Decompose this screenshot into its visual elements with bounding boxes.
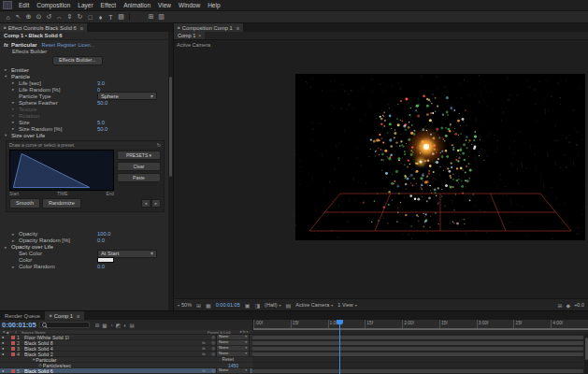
timeline-search-input[interactable] [39,322,90,328]
menu-edit[interactable]: Edit [15,2,33,8]
effect-property-row[interactable]: ▸ Opacity 100.0 [0,231,173,237]
fast-previews-icon[interactable]: ◆ [566,302,571,309]
parent-link-dropdown[interactable]: ◎ None▾ [211,352,250,357]
draft-3d-icon[interactable]: ▦ [102,323,107,328]
property-value[interactable]: 100.0 [97,231,111,237]
pickwhip-icon[interactable]: ◎ [211,352,215,356]
refresh-icon[interactable]: ↻ [157,142,161,148]
twirl-icon[interactable]: ▸ [12,100,19,105]
effect-property-row[interactable]: ▸ Sphere Feather 50.0 [0,99,173,106]
twirl-icon[interactable]: ▾ [5,133,11,137]
graph-editor-icon[interactable]: ▤ [129,323,134,328]
twirl-icon[interactable]: ▸ [12,232,19,237]
type-tool-icon[interactable]: T [106,12,116,22]
layer-duration-bar[interactable] [252,352,583,356]
property-value[interactable]: 50.0 [97,126,108,132]
tab-comp-1-timeline[interactable]: ■ Comp 1 ≡ [45,311,84,320]
pickwhip-icon[interactable]: ◎ [211,368,215,373]
menu-help[interactable]: Help [204,2,223,8]
layer-name[interactable]: Black Solid 8 [24,340,193,346]
fx-switch[interactable]: fx [202,340,211,345]
pickwhip-icon[interactable]: ◎ [211,340,215,345]
layer-name[interactable]: Black Solid 6 [24,368,193,374]
brush-tool-icon[interactable]: ▨ [116,12,126,22]
pen-tool-icon[interactable]: ♦ [95,12,106,22]
eye-icon[interactable]: ● [2,347,9,351]
menu-composition[interactable]: Composition [33,2,74,8]
twirl-icon[interactable]: ▸ [12,107,19,111]
view-layout-dropdown[interactable]: 1 View▾ [337,302,356,308]
layer-name[interactable]: Particular [36,357,222,363]
property-value[interactable]: 50.0 [97,100,108,106]
eye-icon[interactable]: ● [2,352,9,356]
zoom-tool-icon[interactable]: ⊙ [34,12,44,22]
show-channel-icon[interactable]: ◨ [254,302,260,309]
playhead-handle[interactable] [337,320,343,324]
layer-name[interactable]: Floor [White Solid 1] [24,335,193,340]
twirl-icon[interactable]: ▸ [12,87,19,92]
selection-tool-icon[interactable]: ↖ [13,12,23,22]
twirl-icon[interactable]: ▸ [12,113,19,118]
twirl-icon[interactable]: ▸ [5,67,11,72]
label-color-chip[interactable] [11,336,15,339]
workspace-icon[interactable]: ▥ [156,12,166,22]
fx-badge-icon[interactable]: fx [4,42,8,48]
register-link[interactable]: Register [57,42,76,48]
dolly-camera-tool-icon[interactable]: ⇕ [65,12,75,22]
twirl-icon[interactable]: ▸ [12,265,19,269]
effect-property-row[interactable]: ▸ Size Random [%] 50.0 [0,125,173,132]
home-tool-icon[interactable]: ⌂ [3,12,13,22]
shy-layers-icon[interactable]: ◔ [110,323,113,328]
time-ruler[interactable]: :00f15f1:00f15f2:00f15f3:00f15f4:00f [252,320,588,330]
preview-timecode[interactable]: 0:00:01:05 [216,302,240,308]
menu-layer[interactable]: Layer [74,2,96,8]
mask-tool-icon[interactable]: □ [85,12,95,22]
panel-menu-icon[interactable]: ≡ [237,25,239,31]
orbit-camera-tool-icon[interactable]: ↺ [44,12,54,22]
parent-link-dropdown[interactable]: ◎ None▾ [211,346,250,352]
paste-button[interactable]: Paste [117,173,161,182]
layer-duration-bar[interactable] [252,341,583,345]
label-color-chip[interactable] [11,347,15,351]
layer-name[interactable]: Black Solid 2 [24,352,193,357]
composition-canvas[interactable] [295,74,585,240]
rotation-tool-icon[interactable]: ↻ [75,12,85,22]
effect-property-row[interactable]: Particle Type Sphere▾ [0,93,173,99]
pan-camera-tool-icon[interactable]: ⇔ [54,12,65,22]
snapshot-icon[interactable]: ▣ [245,302,251,309]
property-value[interactable]: 1450 [228,363,238,368]
tab-composition[interactable]: ■ Composition Comp 1 ≡ [174,23,243,32]
composition-viewer[interactable]: Active Camera [174,40,588,298]
tab-render-queue[interactable]: Render Queue [0,311,45,320]
fx-switch[interactable]: fx [202,352,211,356]
twirl-icon[interactable]: ▸ [12,238,19,243]
effect-property-row[interactable]: Set Color At Start▾ [0,251,173,257]
parent-link-dropdown[interactable]: ◎ None▾ [211,340,250,346]
label-color-chip[interactable] [11,369,15,373]
twirl-icon[interactable]: ▾ [5,74,11,79]
color-swatch[interactable] [97,257,114,264]
snapping-icon[interactable]: ⊞ [146,12,156,22]
effect-reset-link[interactable]: Reset [222,357,234,362]
clear-button[interactable]: Clear [117,162,161,171]
layer-name[interactable]: Particles/sec [43,363,223,368]
curve-prev-button[interactable]: ◂ [141,199,151,208]
property-value[interactable]: 0.0 [97,237,105,243]
effect-property-row[interactable]: ▾ Size over Life [0,132,173,138]
view-dropdown[interactable]: Active Camera▾ [295,302,333,308]
randomize-button[interactable]: Randomize [42,198,81,209]
property-value[interactable]: 3.0 [97,80,105,86]
effect-property-row[interactable]: Color [0,257,173,264]
safe-zones-icon[interactable]: ⊞ [196,302,201,309]
presets-button[interactable]: PRESETS ▾ [117,151,161,160]
twirl-icon[interactable]: ◷ [38,363,42,367]
eye-icon[interactable]: ● [2,369,9,373]
work-area-bar[interactable] [253,328,588,330]
effect-property-row[interactable]: ▸ Emitter [0,66,173,73]
exposure-value[interactable]: +0.0 [574,302,584,308]
transparency-grid-icon[interactable]: ▦ [206,302,211,309]
resolution-dropdown[interactable]: (Half)▾ [265,302,280,308]
twirl-icon[interactable]: ▸ [5,245,11,250]
panel-menu-icon[interactable]: ≡ [77,313,79,319]
eye-icon[interactable]: ● [2,341,9,345]
